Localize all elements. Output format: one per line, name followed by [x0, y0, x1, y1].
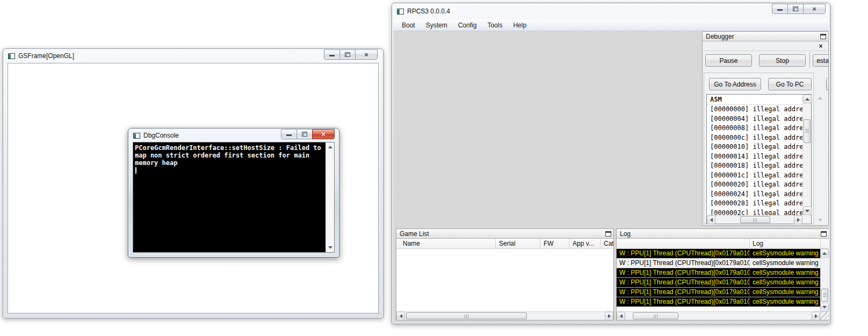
resize-grip-icon[interactable]: [820, 311, 829, 320]
log-row[interactable]: W : PPU[1] Thread (CPUThread)[0x0179a010…: [617, 259, 820, 268]
game-list-panel: Game List NameSerialFWApp v...Cate: [396, 228, 614, 320]
float-panel-icon[interactable]: [821, 231, 827, 237]
maximize-icon: [793, 6, 798, 11]
asm-list-header[interactable]: ASM: [707, 95, 811, 105]
menu-item[interactable]: Config: [453, 20, 482, 31]
restart-button-clipped[interactable]: esta: [813, 54, 829, 67]
asm-row[interactable]: [00000018] illegal addre: [707, 161, 802, 171]
gsframe-close-button[interactable]: ×: [355, 49, 378, 60]
clipped-button-fragment[interactable]: [826, 78, 829, 90]
go-to-pc-button[interactable]: Go To PC: [768, 78, 812, 90]
scrollbar-thumb[interactable]: [821, 289, 828, 302]
menu-item[interactable]: Help: [508, 20, 532, 31]
log-thread-column-header[interactable]: [617, 239, 750, 248]
scroll-right-button[interactable]: [605, 312, 613, 320]
dbg-console-maximize-button[interactable]: [296, 129, 313, 139]
scroll-right-button[interactable]: [794, 216, 802, 224]
asm-row[interactable]: [00000010] illegal addre: [707, 142, 802, 152]
float-panel-icon[interactable]: [605, 231, 611, 237]
rpcs3-minimize-button[interactable]: [772, 4, 788, 14]
asm-row[interactable]: [00000014] illegal addre: [707, 152, 802, 162]
console-output[interactable]: PCoreGcmRenderInterface::setHostSize : F…: [133, 142, 326, 252]
column-header[interactable]: Serial: [496, 239, 540, 248]
gsframe-minimize-button[interactable]: [324, 49, 340, 60]
go-to-address-button[interactable]: Go To Address: [709, 78, 761, 90]
dbg-console-close-button[interactable]: ×: [312, 129, 335, 139]
column-header[interactable]: App v...: [569, 239, 601, 248]
log-message-cell: cellSysmodule warning: [750, 288, 820, 297]
gsframe-app-icon: [8, 53, 15, 59]
debugger-close-button[interactable]: ×: [816, 42, 825, 50]
debugger-panel-titlebar[interactable]: Debugger: [703, 32, 828, 41]
game-list-header-row: NameSerialFWApp v...Cate: [396, 239, 613, 249]
asm-rows: [00000000] illegal addre[00000004] illeg…: [707, 105, 802, 215]
arrow-down-icon: [822, 306, 827, 309]
asm-row[interactable]: [00000020] illegal addre: [707, 180, 802, 190]
game-list-titlebar[interactable]: Game List: [396, 229, 613, 239]
arrow-right-icon: [608, 314, 611, 318]
dbg-console-title: DbgConsole: [143, 132, 179, 139]
scrollbar-thumb[interactable]: [804, 119, 811, 143]
minimize-icon: [286, 131, 292, 136]
scrollbar-thumb[interactable]: [406, 312, 527, 319]
pause-button[interactable]: Pause: [705, 54, 752, 67]
arrow-up-icon: [818, 97, 822, 99]
scroll-left-button[interactable]: [707, 216, 715, 224]
gsframe-maximize-button[interactable]: [339, 49, 356, 60]
column-header[interactable]: Name: [396, 239, 496, 248]
thumb-grip-icon: [465, 314, 469, 318]
scroll-left-button[interactable]: [396, 312, 405, 320]
rpcs3-titlebar[interactable]: RPCS3 0.0.0.4: [392, 3, 830, 19]
asm-horizontal-scrollbar[interactable]: [707, 215, 802, 224]
console-scrollbar[interactable]: [326, 142, 334, 252]
scroll-left-button[interactable]: [617, 312, 625, 320]
asm-row[interactable]: [0000000c] illegal addre: [707, 133, 802, 143]
scroll-right-button[interactable]: [812, 312, 820, 320]
log-row[interactable]: W : PPU[1] Thread (CPUThread)[0x0179a010…: [617, 278, 820, 288]
scroll-up-button[interactable]: [803, 95, 812, 103]
scroll-down-button[interactable]: [820, 303, 829, 311]
game-list-horizontal-scrollbar[interactable]: [396, 311, 613, 320]
log-panel-titlebar[interactable]: Log: [617, 229, 829, 239]
log-message-column-header[interactable]: Log: [750, 239, 820, 248]
float-panel-icon[interactable]: [820, 34, 826, 39]
menu-item[interactable]: Tools: [482, 20, 508, 31]
column-header[interactable]: Cate: [601, 239, 613, 248]
log-row[interactable]: W : PPU[1] Thread (CPUThread)[0x0179a010…: [617, 268, 820, 278]
rpcs3-client-area: Debugger × Pause Stop esta Go To Address…: [393, 31, 829, 323]
stop-button[interactable]: Stop: [759, 54, 806, 67]
asm-row[interactable]: [0000001c] illegal addre: [707, 171, 802, 181]
menu-item[interactable]: System: [421, 20, 453, 31]
maximize-icon: [302, 132, 307, 137]
scrollbar-thumb[interactable]: [740, 216, 770, 223]
asm-row[interactable]: [00000028] illegal addre: [707, 199, 802, 209]
asm-row[interactable]: [00000024] illegal addre: [707, 190, 802, 199]
rpcs3-maximize-button[interactable]: [787, 4, 804, 14]
dbg-console-minimize-button[interactable]: [281, 129, 297, 139]
arrow-right-icon: [815, 314, 818, 318]
log-horizontal-scrollbar[interactable]: [617, 311, 820, 320]
scrollbar-thumb[interactable]: [633, 312, 678, 319]
asm-row[interactable]: [00000008] illegal addre: [707, 124, 802, 133]
log-thread-cell: W : PPU[1] Thread (CPUThread)[0x0179a010…: [617, 259, 750, 268]
menu-item[interactable]: Boot: [396, 20, 421, 31]
column-header[interactable]: FW: [540, 239, 569, 248]
asm-row[interactable]: [0000002c] illegal addre: [707, 209, 802, 216]
console-line: map non strict ordered first section for…: [135, 152, 326, 159]
arrow-down-icon: [328, 246, 332, 249]
close-icon: ×: [812, 5, 816, 13]
minimize-icon: [329, 52, 335, 56]
log-row[interactable]: W : PPU[1] Thread (CPUThread)[0x0179a010…: [617, 288, 820, 297]
log-row[interactable]: W : PPU[1] Thread (CPUThread)[0x0179a010…: [617, 249, 820, 259]
log-row[interactable]: W : PPU[1] Thread (CPUThread)[0x0179a010…: [617, 297, 820, 307]
log-message-cell: cellSysmodule warning: [750, 249, 820, 258]
asm-row[interactable]: [00000000] illegal addre: [707, 105, 802, 115]
scroll-up-button[interactable]: [820, 249, 829, 258]
log-vertical-scrollbar[interactable]: [820, 249, 829, 311]
rpcs3-close-button[interactable]: ×: [803, 4, 826, 14]
rpcs3-title: RPCS3 0.0.0.4: [407, 8, 450, 15]
asm-row[interactable]: [00000004] illegal addre: [707, 115, 802, 124]
asm-vertical-scrollbar[interactable]: [802, 95, 811, 215]
arrow-down-icon: [818, 219, 822, 221]
scroll-down-button[interactable]: [803, 206, 812, 215]
